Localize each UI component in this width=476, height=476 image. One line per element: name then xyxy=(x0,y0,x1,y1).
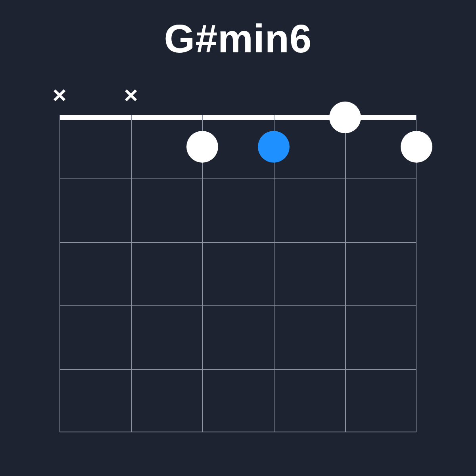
open-string-row: × × xyxy=(60,83,416,107)
chord-diagram-stage: G#min6 × × xyxy=(0,0,476,476)
fret-line-1 xyxy=(60,178,416,179)
string-marker-2: × xyxy=(119,83,143,107)
string-line-6 xyxy=(416,115,416,432)
string-line-5 xyxy=(345,115,346,432)
nut xyxy=(60,115,416,120)
dot-string6-fret1 xyxy=(401,131,432,163)
string-line-1 xyxy=(60,115,60,432)
dot-string3-fret1 xyxy=(186,131,218,163)
fretboard-diagram xyxy=(60,115,416,432)
chord-name-title: G#min6 xyxy=(0,16,476,61)
fret-line-5 xyxy=(60,432,416,432)
fret-line-3 xyxy=(60,305,416,306)
string-line-2 xyxy=(131,115,132,432)
fret-line-2 xyxy=(60,242,416,243)
string-line-4 xyxy=(274,115,274,432)
fret-line-4 xyxy=(60,369,416,370)
string-line-3 xyxy=(202,115,203,432)
dot-string4-fret1-root xyxy=(258,131,290,163)
dot-string5-open xyxy=(329,102,361,133)
string-marker-1: × xyxy=(48,83,71,107)
